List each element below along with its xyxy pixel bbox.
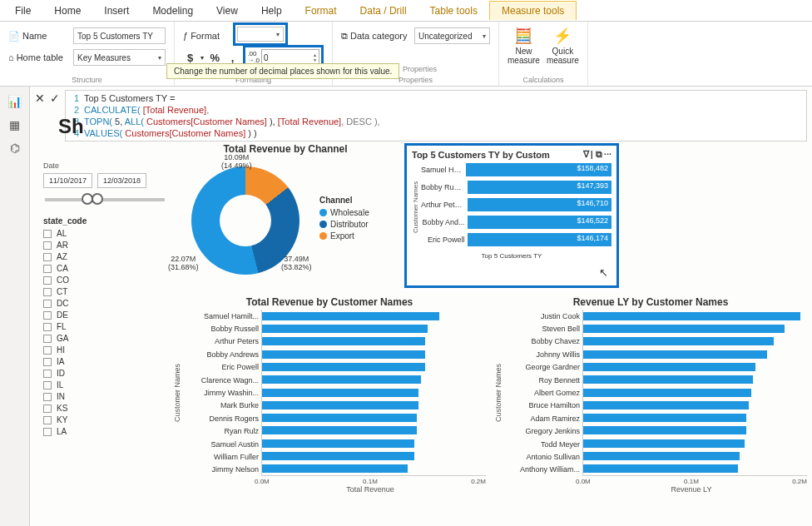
legend-item: Wholesale [319, 208, 369, 217]
chevron-down-icon[interactable]: ▾ [201, 54, 204, 62]
decimal-tooltip: Change the number of decimal places show… [166, 63, 399, 79]
donut-title: Total Revenue by Channel [173, 143, 398, 155]
top5-visual-selected[interactable]: Top 5 Customers TY by Custom ∇ | ⧉ ··· C… [404, 143, 619, 288]
ribbon-group-structure: 📄 Name Top 5 Customers TY ⌂ Home table K… [0, 22, 175, 86]
checkbox-icon [43, 253, 52, 261]
state-option-ky[interactable]: KY [43, 415, 166, 424]
revenue-ty-barchart[interactable]: Total Revenue by Customer NamesCustomer … [173, 296, 486, 494]
format-label: ƒ Format [183, 31, 230, 41]
state-option-dc[interactable]: DC [43, 299, 166, 308]
top5-title-text: Top 5 Customers TY by Custom [412, 150, 550, 160]
cancel-formula-icon[interactable]: ✕ [35, 92, 45, 105]
new-measure-button[interactable]: 🧮 Newmeasure [508, 27, 540, 65]
barchart-title: Revenue LY by Customer Names [494, 296, 807, 308]
data-category-label: ⧉ Data category [341, 31, 411, 42]
format-dropdown-highlighted[interactable]: ▾ [233, 22, 288, 46]
top5-x-axis-label: Top 5 Customers TY [412, 252, 611, 260]
state-option-ct[interactable]: CT [43, 287, 166, 296]
properties-footer-overflow: Properties [403, 65, 437, 73]
ribbon-group-calculations: 🧮 Newmeasure ⚡ Quickmeasure Calculations [499, 22, 588, 86]
donut-segment-label: 10.09M(14.49%) [221, 153, 252, 170]
state-option-al[interactable]: AL [43, 229, 166, 238]
model-view-icon[interactable]: ⌬ [0, 136, 29, 160]
state-option-hi[interactable]: HI [43, 345, 166, 355]
donut-visual[interactable]: Total Revenue by Channel 10.09M(14.49%) … [173, 143, 398, 288]
measure-name-input[interactable]: Top 5 Customers TY [73, 27, 166, 44]
y-axis-label: Customer Names [494, 310, 503, 476]
focus-mode-icon[interactable]: | ⧉ [591, 149, 602, 160]
checkbox-icon [43, 276, 52, 285]
state-option-id[interactable]: ID [43, 369, 166, 378]
legend-item: Export [319, 231, 369, 241]
state-option-ga[interactable]: GA [43, 334, 166, 343]
state-option-ks[interactable]: KS [43, 404, 166, 413]
chevron-down-icon: ▾ [483, 32, 486, 40]
state-option-ia[interactable]: IA [43, 357, 166, 366]
state-option-de[interactable]: DE [43, 310, 166, 320]
date-to-input[interactable]: 12/03/2018 [97, 173, 146, 188]
top5-bars: Samuel Ha...$158,482Bobby Russ...$147,39… [421, 163, 611, 251]
report-view-icon[interactable]: 📊 [0, 90, 29, 113]
quick-measure-button[interactable]: ⚡ Quickmeasure [547, 27, 579, 65]
checkbox-icon [43, 323, 52, 331]
quick-measure-icon: ⚡ [553, 27, 572, 45]
group-footer: Calculations [508, 76, 579, 84]
menu-modeling[interactable]: Modeling [141, 2, 205, 20]
x-axis-label: Total Revenue [255, 485, 486, 494]
slider-handle-to[interactable] [92, 193, 103, 205]
checkbox-icon [43, 265, 52, 273]
state-option-co[interactable]: CO [43, 275, 166, 285]
menu-table-tools[interactable]: Table tools [418, 2, 489, 20]
x-axis-label: Revenue LY [576, 485, 807, 494]
chevron-down-icon: ▾ [276, 31, 280, 38]
state-option-ca[interactable]: CA [43, 264, 166, 273]
top5-row: Samuel Ha...$158,482 [421, 163, 611, 176]
cursor-arrow-icon: ↖ [599, 266, 608, 279]
menu-help[interactable]: Help [250, 2, 294, 20]
spinner-arrows-icon[interactable]: ▲▼ [313, 52, 317, 62]
date-from-input[interactable]: 11/10/2017 [43, 173, 92, 188]
state-slicer-label: state_code [43, 216, 166, 226]
donut-segment-label: 22.07M(31.68%) [168, 255, 199, 271]
more-options-icon[interactable]: ··· [604, 149, 611, 160]
state-option-il[interactable]: IL [43, 380, 166, 390]
checkbox-icon [43, 346, 52, 355]
data-category-dropdown[interactable]: Uncategorized▾ [414, 27, 490, 44]
state-option-la[interactable]: LA [43, 427, 166, 436]
checkbox-icon [43, 311, 52, 320]
state-option-ar[interactable]: AR [43, 241, 166, 250]
state-option-fl[interactable]: FL [43, 322, 166, 331]
date-slider[interactable] [45, 198, 165, 201]
checkbox-icon [43, 428, 52, 436]
menu-view[interactable]: View [205, 2, 250, 20]
checkbox-icon [43, 393, 52, 401]
menu-file[interactable]: File [3, 2, 42, 20]
filter-icon[interactable]: ∇ [583, 149, 589, 160]
legend-title: Channel [319, 196, 369, 205]
calculator-icon: 🧮 [514, 27, 532, 45]
checkbox-icon [43, 416, 52, 424]
donut-legend: Channel WholesaleDistributorExport [319, 196, 369, 243]
top5-row: Bobby Russ...$147,393 [421, 181, 611, 194]
home-table-dropdown[interactable]: Key Measures▾ [73, 49, 166, 66]
state-option-in[interactable]: IN [43, 392, 166, 401]
formula-editor[interactable]: 1Top 5 Customers TY =2CALCULATE( [Total … [65, 90, 807, 141]
state-slicer-list: ALARAZCACOCTDCDEFLGAHIIAIDILINKSKYLA [43, 229, 166, 436]
formula-bar: ✕ ✓ 1Top 5 Customers TY =2CALCULATE( [To… [35, 90, 807, 141]
view-rail: 📊 ▦ ⌬ [0, 87, 30, 526]
state-option-az[interactable]: AZ [43, 252, 166, 261]
menu-measure-tools[interactable]: Measure tools [489, 1, 577, 20]
x-axis-ticks: 0.0M0.1M0.2M [255, 478, 486, 485]
menu-insert[interactable]: Insert [92, 2, 141, 20]
data-view-icon[interactable]: ▦ [0, 113, 29, 136]
commit-formula-icon[interactable]: ✓ [50, 92, 60, 105]
menu-home[interactable]: Home [42, 2, 92, 20]
bar-category-labels: Samuel Hamilt...Bobby RussellArthur Pete… [183, 310, 261, 476]
menu-data-drill[interactable]: Data / Drill [349, 2, 418, 20]
revenue-ly-barchart[interactable]: Revenue LY by Customer NamesCustomer Nam… [494, 296, 807, 494]
checkbox-icon [43, 358, 52, 366]
bar-plot-area [261, 310, 486, 476]
ribbon: 📄 Name Top 5 Customers TY ⌂ Home table K… [0, 22, 812, 87]
menu-format[interactable]: Format [294, 2, 349, 20]
name-label: 📄 Name [8, 31, 70, 42]
